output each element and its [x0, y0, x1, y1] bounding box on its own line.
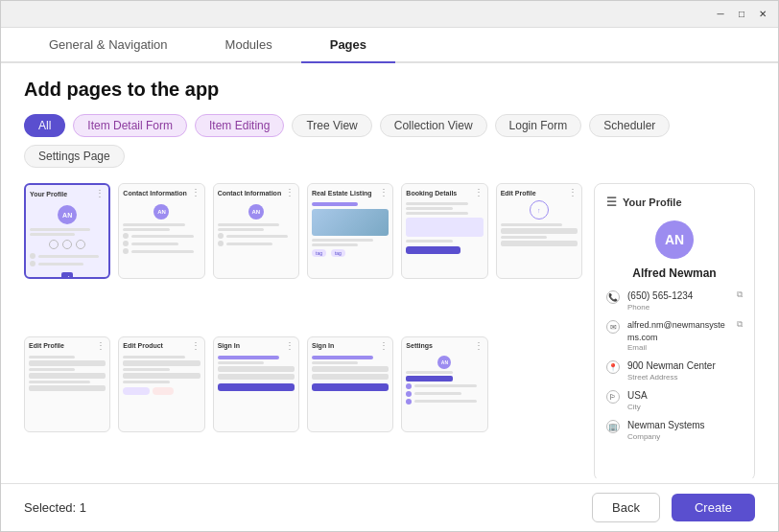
card-title-contact-2: Contact Information	[218, 190, 282, 197]
tab-pages[interactable]: Pages	[301, 28, 395, 63]
card-title-sign-in-2: Sign In	[312, 342, 334, 349]
card-content-sign-in-2	[312, 354, 389, 430]
mini-upload-icon: ↑	[530, 200, 549, 220]
card-content-settings: AN	[406, 354, 483, 430]
card-menu-edit-profile-2[interactable]: ⋮	[96, 341, 106, 351]
card-edit-profile-2[interactable]: Edit Profile ⋮	[24, 336, 110, 432]
card-title-sign-in-1: Sign In	[218, 342, 240, 349]
preview-row-city: 🏳 USA City	[606, 389, 743, 411]
card-content-contact-1: AN	[123, 200, 200, 277]
main-content: Add pages to the app All Item Detail For…	[1, 63, 778, 478]
preview-phone-sublabel: Phone	[627, 303, 693, 312]
copy-phone-icon[interactable]: ⧉	[737, 289, 743, 300]
mini-image	[312, 209, 389, 236]
preview-row-company: 🏢 Newman Systems Company	[606, 419, 743, 441]
filter-scheduler[interactable]: Scheduler	[589, 114, 670, 137]
card-sign-in-1[interactable]: Sign In ⋮	[213, 336, 299, 432]
card-edit-product[interactable]: Edit Product ⋮	[118, 336, 204, 432]
preview-avatar: AN	[655, 220, 694, 259]
preview-title: Your Profile	[623, 197, 682, 208]
content-area: Your Profile ⋮ AN	[24, 183, 755, 478]
preview-row-address: 📍 900 Newman Center Street Address	[606, 359, 743, 382]
card-menu-settings[interactable]: ⋮	[474, 341, 484, 351]
back-button[interactable]: Back	[592, 493, 660, 522]
booking-button-mini	[406, 246, 460, 254]
filter-login-form[interactable]: Login Form	[495, 114, 582, 137]
filter-tags: All Item Detail Form Item Editing Tree V…	[24, 114, 755, 168]
card-content-your-profile: AN	[30, 201, 105, 278]
card-menu-real-estate[interactable]: ⋮	[379, 188, 389, 197]
card-edit-profile-1[interactable]: Edit Profile ⋮ ↑	[496, 183, 582, 279]
preview-address-sublabel: Street Address	[627, 373, 716, 382]
filter-collection-view[interactable]: Collection View	[380, 114, 487, 137]
card-content-real-estate: tag tag	[312, 200, 389, 277]
building-icon: 🏢	[606, 420, 620, 433]
email-icon: ✉	[606, 320, 620, 334]
card-contact-1[interactable]: Contact Information ⋮ AN	[118, 183, 204, 279]
tab-modules[interactable]: Modules	[197, 28, 301, 63]
create-button[interactable]: Create	[672, 494, 755, 521]
card-title-edit-profile-1: Edit Profile	[501, 190, 536, 197]
preview-row-phone: 📞 (650) 565-1234 Phone ⧉	[606, 289, 743, 312]
location-icon: 📍	[606, 360, 620, 374]
bottom-bar: Selected: 1 Back Create	[1, 483, 778, 531]
card-menu-sign-in-1[interactable]: ⋮	[285, 341, 295, 351]
card-content-booking	[406, 200, 483, 277]
card-contact-2[interactable]: Contact Information ⋮ AN	[213, 183, 299, 279]
mini-check-icon: ✓	[61, 272, 73, 278]
preview-company-sublabel: Company	[627, 432, 705, 441]
card-menu-contact-1[interactable]: ⋮	[191, 188, 201, 197]
card-title-real-estate: Real Estate Listing	[312, 190, 372, 197]
filter-item-detail[interactable]: Item Detail Form	[73, 114, 187, 137]
card-title-your-profile: Your Profile	[30, 191, 67, 197]
mini-avatar-settings: AN	[437, 356, 451, 369]
filter-all[interactable]: All	[24, 114, 65, 137]
card-real-estate[interactable]: Real Estate Listing ⋮ tag tag	[307, 183, 393, 279]
mini-avatar: AN	[58, 205, 77, 224]
card-content-edit-product	[123, 354, 200, 430]
card-menu-contact-2[interactable]: ⋮	[285, 188, 295, 197]
copy-email-icon[interactable]: ⧉	[737, 319, 743, 330]
filter-settings-page[interactable]: Settings Page	[24, 145, 125, 168]
mini-avatar-3: AN	[248, 204, 264, 220]
card-title-settings: Settings	[406, 342, 433, 349]
preview-phone-label: (650) 565-1234	[627, 289, 693, 303]
maximize-button[interactable]: □	[734, 7, 749, 22]
card-menu-your-profile[interactable]: ⋮	[95, 189, 105, 198]
selected-count: Selected: 1	[24, 500, 86, 515]
preview-menu-icon: ☰	[606, 196, 617, 209]
card-content-edit-profile-2	[29, 354, 106, 430]
signin-button-mini	[218, 383, 295, 391]
card-content-edit-profile-1: ↑	[501, 200, 578, 277]
card-menu-edit-product[interactable]: ⋮	[191, 341, 201, 351]
card-title-booking: Booking Details	[406, 190, 457, 197]
preview-city-label: USA	[627, 389, 648, 403]
mini-avatar-2: AN	[153, 204, 169, 220]
filter-item-editing[interactable]: Item Editing	[195, 114, 284, 137]
filter-tree-view[interactable]: Tree View	[292, 114, 371, 137]
grid-area: Your Profile ⋮ AN	[24, 183, 582, 478]
card-menu-edit-profile-1[interactable]: ⋮	[568, 188, 578, 197]
preview-panel: ☰ Your Profile AN Alfred Newman 📞 (650) …	[594, 183, 755, 478]
card-your-profile[interactable]: Your Profile ⋮ AN	[24, 183, 110, 279]
card-content-contact-2: AN	[218, 200, 295, 277]
page-title: Add pages to the app	[24, 79, 755, 101]
card-settings[interactable]: Settings ⋮ AN	[401, 336, 487, 432]
card-booking[interactable]: Booking Details ⋮	[401, 183, 487, 279]
preview-email-sublabel: Email	[627, 343, 729, 352]
card-sign-in-2[interactable]: Sign In ⋮	[307, 336, 393, 432]
nav-tabs: General & Navigation Modules Pages	[1, 28, 778, 63]
minimize-button[interactable]: ─	[713, 7, 728, 22]
tab-general[interactable]: General & Navigation	[20, 28, 197, 63]
signin2-button-mini	[312, 383, 389, 391]
preview-email-label: alfred.nm@newmansystems.com	[627, 319, 729, 343]
close-button[interactable]: ✕	[755, 7, 770, 22]
title-bar: ─ □ ✕	[1, 1, 778, 28]
page-grid: Your Profile ⋮ AN	[24, 183, 582, 478]
card-menu-sign-in-2[interactable]: ⋮	[379, 341, 389, 351]
preview-city-sublabel: City	[627, 403, 648, 411]
phone-icon: 📞	[606, 290, 620, 304]
preview-name: Alfred Newman	[606, 266, 743, 280]
card-menu-booking[interactable]: ⋮	[474, 188, 484, 197]
preview-header: ☰ Your Profile	[606, 196, 743, 209]
